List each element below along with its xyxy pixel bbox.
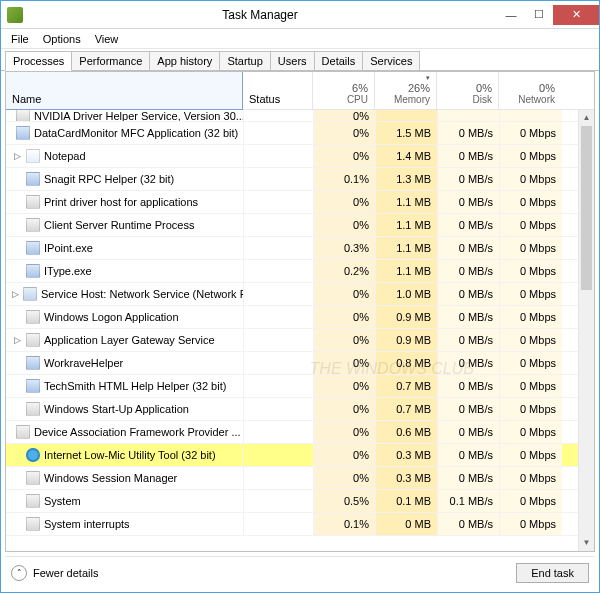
disk-value: 0 MB/s (438, 191, 500, 213)
col-memory[interactable]: ▾ 26%Memory (375, 72, 437, 109)
table-row[interactable]: Windows Logon Application0%0.9 MB0 MB/s0… (6, 306, 578, 329)
cpu-value: 0% (314, 444, 376, 466)
end-task-button[interactable]: End task (516, 563, 589, 583)
scroll-up-icon[interactable]: ▲ (579, 110, 594, 126)
table-row[interactable]: ▷Service Host: Network Service (Network … (6, 283, 578, 306)
col-disk[interactable]: 0%Disk (437, 72, 499, 109)
process-name: Windows Session Manager (44, 472, 177, 484)
table-row[interactable]: IPoint.exe0.3%1.1 MB0 MB/s0 Mbps (6, 237, 578, 260)
disk-value: 0 MB/s (438, 145, 500, 167)
cpu-value: 0% (314, 306, 376, 328)
table-row[interactable]: Print driver host for applications0%1.1 … (6, 191, 578, 214)
process-icon (26, 218, 40, 232)
process-icon (26, 471, 40, 485)
memory-value: 0.6 MB (376, 421, 438, 443)
table-row[interactable]: Device Association Framework Provider ..… (6, 421, 578, 444)
process-icon (26, 264, 40, 278)
table-row[interactable]: Windows Session Manager0%0.3 MB0 MB/s0 M… (6, 467, 578, 490)
vertical-scrollbar[interactable]: ▲ ▼ (578, 110, 594, 551)
table-row[interactable]: DataCardMonitor MFC Application (32 bit)… (6, 122, 578, 145)
table-row[interactable]: Client Server Runtime Process0%1.1 MB0 M… (6, 214, 578, 237)
disk-value: 0 MB/s (438, 260, 500, 282)
scroll-thumb[interactable] (581, 126, 592, 290)
cpu-value: 0% (314, 375, 376, 397)
menu-file[interactable]: File (5, 31, 35, 47)
network-value: 0 Mbps (500, 513, 562, 535)
maximize-button[interactable]: ☐ (525, 5, 553, 25)
tab-processes[interactable]: Processes (5, 51, 72, 71)
memory-value: 1.1 MB (376, 191, 438, 213)
menu-view[interactable]: View (89, 31, 125, 47)
process-name: Client Server Runtime Process (44, 219, 194, 231)
memory-value: 1.5 MB (376, 122, 438, 144)
table-row[interactable]: WorkraveHelper0%0.8 MB0 MB/s0 Mbps (6, 352, 578, 375)
network-value: 0 Mbps (500, 306, 562, 328)
table-row[interactable]: NVIDIA Driver Helper Service, Version 30… (6, 110, 578, 122)
table-row[interactable]: TechSmith HTML Help Helper (32 bit)0%0.7… (6, 375, 578, 398)
fewer-details-button[interactable]: ˄ Fewer details (11, 565, 98, 581)
close-button[interactable]: ✕ (553, 5, 599, 25)
col-name[interactable]: Name (5, 71, 243, 110)
disk-value: 0 MB/s (438, 237, 500, 259)
cpu-value: 0.5% (314, 490, 376, 512)
table-row[interactable]: ▷Application Layer Gateway Service0%0.9 … (6, 329, 578, 352)
table-row[interactable]: Snagit RPC Helper (32 bit)0.1%1.3 MB0 MB… (6, 168, 578, 191)
minimize-button[interactable]: — (497, 5, 525, 25)
table-row[interactable]: ▷Notepad0%1.4 MB0 MB/s0 Mbps (6, 145, 578, 168)
col-cpu[interactable]: 6%CPU (313, 72, 375, 109)
scroll-down-icon[interactable]: ▼ (579, 535, 594, 551)
process-icon (26, 149, 40, 163)
menu-options[interactable]: Options (37, 31, 87, 47)
tab-performance[interactable]: Performance (71, 51, 150, 71)
disk-value: 0 MB/s (438, 214, 500, 236)
process-icon (16, 126, 30, 140)
cpu-value: 0% (314, 214, 376, 236)
process-name: Notepad (44, 150, 86, 162)
tab-users[interactable]: Users (270, 51, 315, 71)
process-icon (16, 110, 30, 121)
column-headers: Name Status 6%CPU ▾ 26%Memory 0%Disk 0%N… (6, 72, 594, 110)
col-network[interactable]: 0%Network (499, 72, 561, 109)
tab-startup[interactable]: Startup (219, 51, 270, 71)
tab-details[interactable]: Details (314, 51, 364, 71)
process-name: Snagit RPC Helper (32 bit) (44, 173, 174, 185)
process-icon (26, 379, 40, 393)
disk-value (438, 110, 500, 121)
disk-value: 0 MB/s (438, 352, 500, 374)
memory-value: 0.8 MB (376, 352, 438, 374)
col-status[interactable]: Status (243, 72, 313, 109)
network-value (500, 110, 562, 121)
process-icon (26, 241, 40, 255)
titlebar[interactable]: Task Manager — ☐ ✕ (1, 1, 599, 29)
table-row[interactable]: System0.5%0.1 MB0.1 MB/s0 Mbps (6, 490, 578, 513)
process-icon (26, 310, 40, 324)
memory-value: 1.0 MB (376, 283, 438, 305)
process-icon (26, 402, 40, 416)
cpu-value: 0% (314, 122, 376, 144)
expand-icon[interactable]: ▷ (12, 335, 22, 345)
table-row[interactable]: Windows Start-Up Application0%0.7 MB0 MB… (6, 398, 578, 421)
process-icon (23, 287, 37, 301)
disk-value: 0 MB/s (438, 122, 500, 144)
table-row[interactable]: System interrupts0.1%0 MB0 MB/s0 Mbps (6, 513, 578, 536)
expand-icon[interactable]: ▷ (12, 289, 19, 299)
process-name: Internet Low-Mic Utility Tool (32 bit) (44, 449, 216, 461)
table-row[interactable]: Internet Low-Mic Utility Tool (32 bit)0%… (6, 444, 578, 467)
network-value: 0 Mbps (500, 490, 562, 512)
expand-icon[interactable]: ▷ (12, 151, 22, 161)
process-name: Windows Logon Application (44, 311, 179, 323)
memory-value: 1.1 MB (376, 237, 438, 259)
table-row[interactable]: IType.exe0.2%1.1 MB0 MB/s0 Mbps (6, 260, 578, 283)
memory-value: 1.4 MB (376, 145, 438, 167)
memory-value: 0.7 MB (376, 375, 438, 397)
process-name: Application Layer Gateway Service (44, 334, 215, 346)
disk-value: 0 MB/s (438, 444, 500, 466)
footer: ˄ Fewer details End task (5, 556, 595, 588)
disk-value: 0 MB/s (438, 467, 500, 489)
tab-apphistory[interactable]: App history (149, 51, 220, 71)
cpu-value: 0% (314, 329, 376, 351)
network-value: 0 Mbps (500, 237, 562, 259)
tab-services[interactable]: Services (362, 51, 420, 71)
memory-value (376, 110, 438, 121)
cpu-value: 0% (314, 467, 376, 489)
